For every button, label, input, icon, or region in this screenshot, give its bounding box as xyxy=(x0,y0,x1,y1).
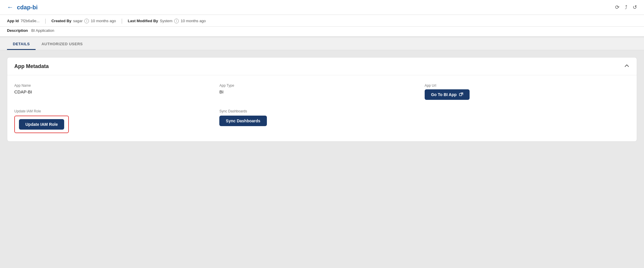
app-id-label: App Id xyxy=(7,19,19,23)
collapse-button[interactable] xyxy=(624,63,630,70)
tabs-bar: DETAILS AUTHORIZED USERS xyxy=(0,38,644,50)
tab-details[interactable]: DETAILS xyxy=(7,38,36,50)
app-name-label: App Name xyxy=(14,83,219,88)
fields-row: App Name CDAP-BI App Type BI App Url Go … xyxy=(14,83,630,100)
app-name-col: App Name CDAP-BI xyxy=(14,83,219,100)
card-body: App Name CDAP-BI App Type BI App Url Go … xyxy=(7,75,637,141)
app-id-value: 7f2b6a9e... xyxy=(20,19,39,23)
share-icon: ⤴ xyxy=(625,4,627,11)
app-type-col: App Type BI xyxy=(219,83,424,100)
history-icon: ↺ xyxy=(633,4,637,11)
card-header: App Metadata xyxy=(7,58,637,75)
app-title: cdap-bi xyxy=(17,4,38,11)
top-bar: ← cdap-bi ⟳ ⤴ ↺ xyxy=(0,0,644,15)
card-title: App Metadata xyxy=(14,63,49,69)
update-iam-col: Update IAM Role Update IAM Role xyxy=(14,109,219,133)
created-by-label: Created By xyxy=(51,19,71,23)
app-url-label: App Url xyxy=(425,83,630,88)
app-id-item: App Id 7f2b6a9e... xyxy=(7,19,40,23)
top-bar-left: ← cdap-bi xyxy=(7,4,38,11)
back-button[interactable]: ← xyxy=(7,4,13,11)
empty-col-3 xyxy=(425,109,630,133)
divider-1: | xyxy=(45,18,46,24)
modified-info-icon: i xyxy=(174,19,179,23)
modified-by-value: System xyxy=(160,19,172,23)
created-info-icon: i xyxy=(84,19,89,23)
tab-authorized-users[interactable]: AUTHORIZED USERS xyxy=(36,38,89,50)
go-to-bi-app-label: Go To BI App xyxy=(431,92,457,97)
created-ago: 10 months ago xyxy=(91,19,116,23)
share-button[interactable]: ⤴ xyxy=(625,4,627,11)
update-iam-button[interactable]: Update IAM Role xyxy=(19,119,64,130)
meta-bar: App Id 7f2b6a9e... | Created By sagar i … xyxy=(0,15,644,27)
created-by-item: Created By sagar i 10 months ago xyxy=(51,19,116,23)
go-to-bi-app-button[interactable]: Go To BI App xyxy=(425,89,470,100)
update-iam-btn-label: Update IAM Role xyxy=(25,122,58,127)
back-arrow-icon: ← xyxy=(7,4,13,11)
sync-dashboards-field-label: Sync Dashboards xyxy=(219,109,424,113)
sync-dashboards-col: Sync Dashboards Sync Dashboards xyxy=(219,109,424,133)
app-url-col: App Url Go To BI App xyxy=(425,83,630,100)
refresh-icon: ⟳ xyxy=(615,4,620,11)
modified-by-item: Last Modified By System i 10 months ago xyxy=(128,19,206,23)
actions-row: Update IAM Role Update IAM Role Sync Das… xyxy=(14,109,630,133)
svg-rect-0 xyxy=(459,93,462,96)
description-label: Description xyxy=(7,28,28,33)
sync-dashboards-btn-label: Sync Dashboards xyxy=(226,119,260,123)
chevron-up-icon xyxy=(624,65,630,69)
sync-dashboards-button[interactable]: Sync Dashboards xyxy=(219,116,267,126)
modified-ago: 10 months ago xyxy=(181,19,206,23)
external-link-icon xyxy=(459,93,463,97)
update-iam-field-label: Update IAM Role xyxy=(14,109,219,113)
top-bar-right: ⟳ ⤴ ↺ xyxy=(615,4,637,11)
created-by-value: sagar xyxy=(73,19,83,23)
content-area: App Metadata App Name CDAP-BI App Type B… xyxy=(0,50,644,149)
app-metadata-card: App Metadata App Name CDAP-BI App Type B… xyxy=(7,57,637,142)
divider-2: | xyxy=(121,18,123,24)
app-name-value: CDAP-BI xyxy=(14,89,219,94)
app-type-label: App Type xyxy=(219,83,424,88)
description-value: BI Application xyxy=(31,28,54,33)
update-iam-wrapper: Update IAM Role xyxy=(14,116,69,133)
app-type-value: BI xyxy=(219,89,424,94)
history-button[interactable]: ↺ xyxy=(633,4,637,11)
description-bar: Description BI Application xyxy=(0,27,644,36)
modified-by-label: Last Modified By xyxy=(128,19,158,23)
refresh-button[interactable]: ⟳ xyxy=(615,4,620,11)
